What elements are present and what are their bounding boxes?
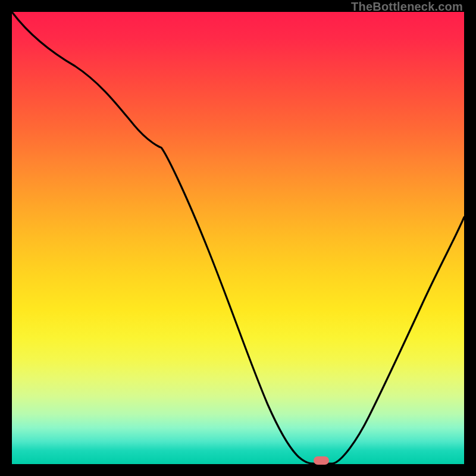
plot-area [12, 12, 464, 464]
bottleneck-curve [12, 12, 464, 464]
chart-container: TheBottleneck.com [0, 0, 476, 476]
watermark-text: TheBottleneck.com [351, 0, 463, 14]
optimal-marker [314, 456, 329, 465]
